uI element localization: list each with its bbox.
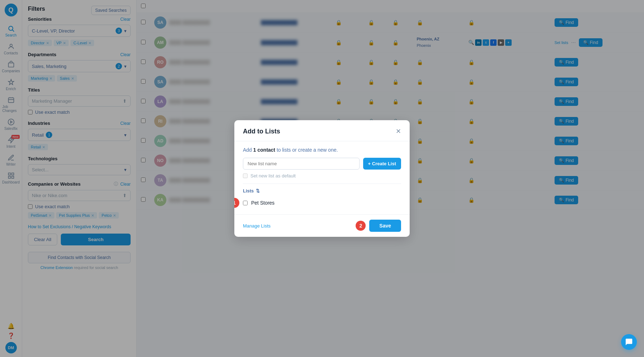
set-default-row: Set new list as default xyxy=(243,173,401,178)
modal-header: Add to Lists ✕ xyxy=(234,120,410,141)
new-list-row: + Create List xyxy=(243,158,401,170)
lists-sort-icon[interactable]: ⇅ xyxy=(256,188,260,194)
modal-overlay: Add to Lists ✕ Add 1 contact to lists or… xyxy=(0,0,644,357)
modal-title: Add to Lists xyxy=(243,128,280,135)
modal-contact-count: 1 contact xyxy=(253,147,275,153)
pet-stores-checkbox[interactable] xyxy=(243,201,248,205)
modal-subtitle: Add 1 contact to lists or create a new o… xyxy=(243,147,401,153)
set-default-checkbox[interactable] xyxy=(243,173,248,178)
modal-close-button[interactable]: ✕ xyxy=(396,127,401,135)
modal-footer: Manage Lists 2 Save xyxy=(234,214,410,237)
lists-label: Lists xyxy=(243,188,254,194)
create-list-button[interactable]: + Create List xyxy=(363,158,401,170)
set-default-label: Set new list as default xyxy=(250,173,296,178)
chat-button[interactable] xyxy=(621,334,637,350)
step1-badge: 1 xyxy=(234,198,239,208)
list-item-pet-stores: 1 Pet Stores xyxy=(243,197,401,209)
step2-badge: 2 xyxy=(356,221,366,231)
pet-stores-label: Pet Stores xyxy=(251,200,274,206)
add-to-lists-modal: Add to Lists ✕ Add 1 contact to lists or… xyxy=(234,120,410,237)
new-list-input[interactable] xyxy=(243,158,360,170)
lists-header: Lists ⇅ xyxy=(243,184,401,194)
manage-lists-link[interactable]: Manage Lists xyxy=(243,223,270,229)
modal-body: Add 1 contact to lists or create a new o… xyxy=(234,141,410,214)
save-button[interactable]: Save xyxy=(369,220,401,232)
